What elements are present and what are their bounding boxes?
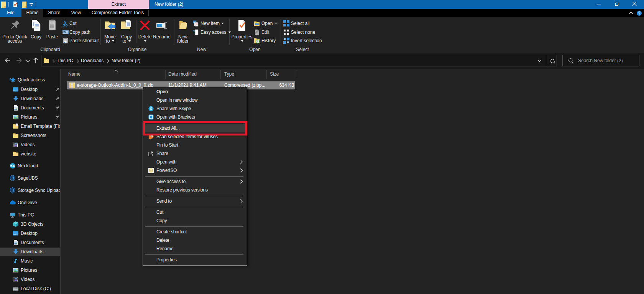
svg-text:S: S bbox=[150, 106, 152, 111]
